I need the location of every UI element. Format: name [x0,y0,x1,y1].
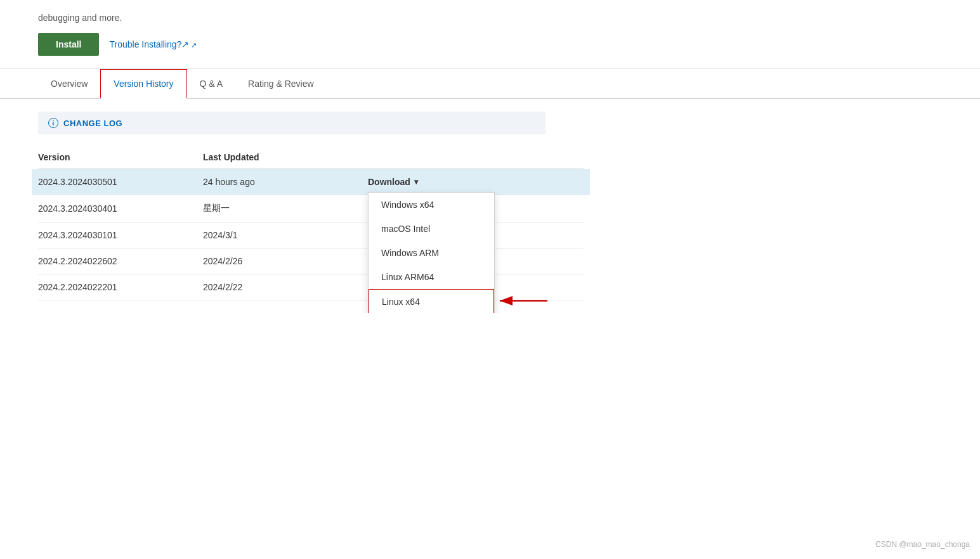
download-button[interactable]: Download ▾ [368,177,418,187]
download-dropdown-container: Download ▾ Windows x64 macOS Intel Windo… [368,177,418,187]
trouble-installing-link[interactable]: Trouble Installing?↗ [109,39,197,49]
col-version: Version [38,152,203,162]
dropdown-item-macos-intel[interactable]: macOS Intel [369,217,494,241]
dropdown-item-linux-arm64[interactable]: Linux ARM64 [369,265,494,289]
col-updated: Last Updated [203,152,368,162]
table-row: 2024.3.2024030501 24 hours ago Download … [32,169,590,195]
updated-cell: 2024/2/26 [203,256,368,266]
tab-qanda[interactable]: Q & A [187,70,236,99]
tab-rating[interactable]: Rating & Review [235,70,327,99]
version-cell: 2024.3.2024030501 [38,177,203,187]
table-row: 2024.3.2024030401 星期一 [38,195,584,222]
version-cell: 2024.3.2024030101 [38,230,203,240]
version-table: Version Last Updated 2024.3.2024030501 2… [38,147,584,300]
chevron-down-icon: ▾ [414,177,418,186]
top-section: debugging and more. Install Trouble Inst… [0,0,980,69]
table-row: 2024.3.2024030101 2024/3/1 [38,222,584,248]
table-row: 2024.2.2024022602 2024/2/26 [38,248,584,274]
updated-cell: 星期一 [203,203,368,214]
debug-text: debugging and more. [38,13,942,23]
tab-overview[interactable]: Overview [38,70,100,99]
tabs-bar: Overview Version History Q & A Rating & … [0,69,980,99]
updated-cell: 2024/2/22 [203,282,368,292]
dropdown-item-linux-x64[interactable]: Linux x64 [369,289,494,313]
install-button[interactable]: Install [38,33,99,56]
version-cell: 2024.3.2024030401 [38,203,203,214]
changelog-banner: i CHANGE LOG [38,112,546,134]
content-area: i CHANGE LOG Version Last Updated 2024.3… [0,99,980,313]
dropdown-item-windows-arm[interactable]: Windows ARM [369,241,494,265]
updated-cell: 2024/3/1 [203,230,368,240]
tab-version-history[interactable]: Version History [100,69,186,99]
dropdown-item-windows-x64[interactable]: Windows x64 [369,193,494,217]
version-cell: 2024.2.2024022602 [38,256,203,266]
download-cell: Download ▾ Windows x64 macOS Intel Windo… [368,177,584,187]
install-row: Install Trouble Installing?↗ [38,33,942,56]
table-row: 2024.2.2024022201 2024/2/22 [38,274,584,300]
version-cell: 2024.2.2024022201 [38,282,203,292]
col-download-header [368,152,584,162]
table-header: Version Last Updated [38,147,584,169]
download-label: Download [368,177,410,187]
changelog-label: CHANGE LOG [63,119,122,128]
updated-cell: 24 hours ago [203,177,368,187]
download-dropdown-menu: Windows x64 macOS Intel Windows ARM Linu… [368,192,495,313]
info-icon: i [48,118,58,128]
